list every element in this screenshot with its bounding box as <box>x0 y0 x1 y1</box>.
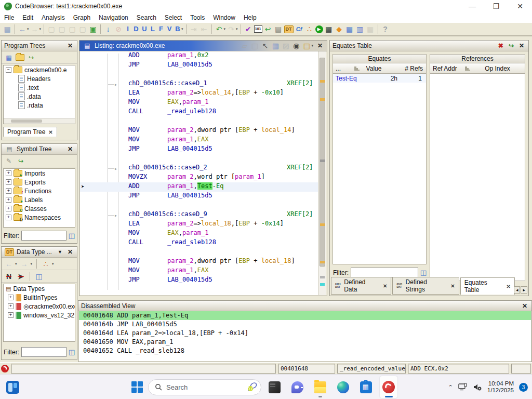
sidebar-item-classes[interactable]: +CClasses <box>4 204 75 213</box>
tab-defined-strings[interactable]: 0101DATDefined Strings✕ <box>392 277 459 295</box>
listing-line[interactable]: LEAparam_2=>local_14,[EBP + -0x10] <box>80 89 318 98</box>
snapshot-icon[interactable]: ◉ <box>291 41 301 50</box>
menu-help[interactable]: Help <box>240 14 261 21</box>
taskbar-app-chat[interactable] <box>289 376 305 398</box>
listing-line[interactable]: JMPLAB_004015d5 <box>80 276 318 285</box>
forward-icon-dropdown[interactable]: ▾ <box>39 27 42 31</box>
listing-line[interactable]: MOVEAX,param_1 <box>80 229 318 238</box>
expander-icon[interactable]: + <box>8 312 14 318</box>
memory-map-icon-1[interactable]: ▢ <box>47 24 56 34</box>
goto-table-icon[interactable]: ▦ <box>271 41 280 50</box>
tab-defined-data[interactable]: 0101DATDefined Data✕ <box>331 277 391 295</box>
equates-filter-options-icon[interactable]: ◫ <box>420 269 427 276</box>
variable-v-icon[interactable]: V <box>166 24 173 34</box>
dtm-forward-icon[interactable]: → <box>20 259 29 269</box>
sidebar-item-labels[interactable]: +●Labels <box>4 195 75 204</box>
display-options-icon-dropdown[interactable]: ▾ <box>311 44 313 48</box>
listing-line[interactable]: MOVparam_1,EAX <box>80 267 318 276</box>
back-icon[interactable]: ← <box>18 24 27 34</box>
listing-line[interactable] <box>80 70 318 79</box>
listing-line[interactable]: MOVparam_1,EAX <box>80 136 318 145</box>
diff-icon[interactable]: ▨ <box>281 41 290 50</box>
widgets-icon[interactable] <box>6 381 19 394</box>
disassembled-line[interactable]: 0040164b JMP LAB_004015d5 <box>79 320 531 329</box>
tab-close-icon[interactable]: ✕ <box>507 284 511 289</box>
clear-flow-icon[interactable]: ⊘ <box>114 24 123 34</box>
equates-filter-input[interactable] <box>351 268 418 277</box>
listing-code-view[interactable]: ADDparam_1,0x2JMPLAB_004015d5▸chD_004015… <box>80 51 318 295</box>
menu-edit[interactable]: Edit <box>18 14 37 21</box>
listing-scrollbar[interactable] <box>318 51 326 295</box>
xref-link[interactable]: XREF[2] <box>287 164 313 171</box>
menu-graph[interactable]: Graph <box>69 14 95 21</box>
tree-item-Headers[interactable]: Headers <box>4 74 75 83</box>
listing-label-line[interactable]: ▸chD_004015c6::caseD_2XREF[2] <box>80 164 318 173</box>
notes-icon[interactable]: ▤ <box>274 24 283 34</box>
export-symbols-icon[interactable]: ↪ <box>16 156 25 166</box>
tab-scroll-right-icon[interactable]: ▸ <box>521 286 527 294</box>
function-f-icon[interactable]: F <box>157 24 165 34</box>
cursor-location-icon[interactable]: ↖ <box>260 41 270 50</box>
program-tree-tab-close-icon[interactable]: ✕ <box>48 129 52 135</box>
disassembled-line[interactable]: 00401652 CALL _read_sleb128 <box>79 347 531 355</box>
dtm-filter-input[interactable] <box>21 347 66 357</box>
undo-icon[interactable]: ↶ <box>215 24 224 34</box>
taskbar-clock[interactable]: 10:04 PM 1/12/2025 <box>487 380 514 394</box>
restore-button[interactable]: ❐ <box>484 0 508 12</box>
tree-item-data[interactable]: .data <box>4 92 75 101</box>
menu-analysis[interactable]: Analysis <box>37 14 69 21</box>
tab-close-icon[interactable]: ✕ <box>383 283 387 289</box>
listing-line[interactable]: MOVEAX,param_1 <box>80 98 318 108</box>
save-icon[interactable]: ▦ <box>3 24 12 34</box>
diamond-icon[interactable]: ◆ <box>335 24 344 34</box>
network-icon[interactable] <box>458 383 468 391</box>
taskbar-app-explorer[interactable] <box>312 376 328 398</box>
validate-icon[interactable]: ✔ <box>244 24 253 34</box>
undefine-u-icon[interactable]: U <box>141 24 148 34</box>
menu-select[interactable]: Select <box>161 14 186 21</box>
listing-line[interactable] <box>80 154 318 164</box>
go-down-icon[interactable]: ↓ <box>103 24 113 34</box>
listing-label-line[interactable]: ▸chD_004015c6::caseD_1XREF[2] <box>80 79 318 89</box>
close-button[interactable]: ✕ <box>508 0 532 12</box>
table-export-icon[interactable]: ▥ <box>355 24 365 34</box>
data-type-manager-icon[interactable]: DT <box>284 25 294 33</box>
expander-icon[interactable]: + <box>8 303 14 309</box>
export-equates-icon[interactable]: ↪ <box>507 42 515 49</box>
hide-names-icon[interactable]: N <box>4 272 14 281</box>
program-tree-hscrollbar[interactable] <box>4 118 75 124</box>
volume-muted-icon[interactable] <box>473 383 482 391</box>
disassembled-line[interactable]: 00401650 MOV EAX,param_1 <box>79 338 531 347</box>
tree-item-windows_vs12_32[interactable]: +windows_vs12_32 <box>4 311 75 320</box>
tab-equates-table[interactable]: Equates Table✕ <box>460 277 515 295</box>
run-script-icon[interactable]: ▶ <box>315 25 323 33</box>
bookmark-b-icon-dropdown[interactable]: ▾ <box>181 27 183 31</box>
expander-icon[interactable]: + <box>6 179 11 185</box>
expander-icon[interactable]: + <box>6 206 11 211</box>
dtm-filter-options-icon[interactable]: ◫ <box>69 348 75 356</box>
references-column-headers[interactable]: Ref Addr Op Index <box>430 63 525 74</box>
dtm-menu-icon[interactable]: ▼ <box>56 249 64 255</box>
expander-icon[interactable]: + <box>6 170 11 176</box>
listing-line[interactable]: JMPLAB_004015d5 <box>80 145 318 154</box>
filter-options-icon[interactable]: ◫ <box>69 232 75 240</box>
tree-item-builtintypes[interactable]: +BuiltInTypes <box>4 293 75 302</box>
listing-line[interactable]: MOVparam_2,dword ptr [EBP + local_14] <box>80 126 318 136</box>
c-source-icon[interactable]: Cf <box>295 24 304 34</box>
xref-link[interactable]: XREF[2] <box>287 210 313 218</box>
taskbar-app-edge[interactable] <box>335 376 351 398</box>
taskbar-search[interactable]: Search <box>148 379 261 395</box>
tree-item-data-types[interactable]: ▤Data Types <box>4 284 75 293</box>
function-graph-icon[interactable]: ↩ <box>263 24 273 34</box>
tree-item-root[interactable]: −crackme0x00.e <box>4 65 75 74</box>
new-tree-icon[interactable]: ▦ <box>4 53 14 62</box>
listing-line[interactable]: ADDparam_1,0x2 <box>80 51 318 61</box>
listing-line[interactable]: MOVZXparam_2,word ptr [param_1] <box>80 173 318 182</box>
open-folder-icon[interactable] <box>16 54 24 61</box>
sidebar-item-functions[interactable]: +fFunctions <box>4 187 75 195</box>
memory-chip-icon[interactable]: ▦ <box>324 24 334 34</box>
taskbar-app-ghidra[interactable] <box>381 376 396 398</box>
program-tree-tab[interactable]: Program Tree ✕ <box>3 127 57 137</box>
sidebar-item-exports[interactable]: +Exports <box>4 178 75 187</box>
help-icon[interactable]: ? <box>381 24 390 34</box>
